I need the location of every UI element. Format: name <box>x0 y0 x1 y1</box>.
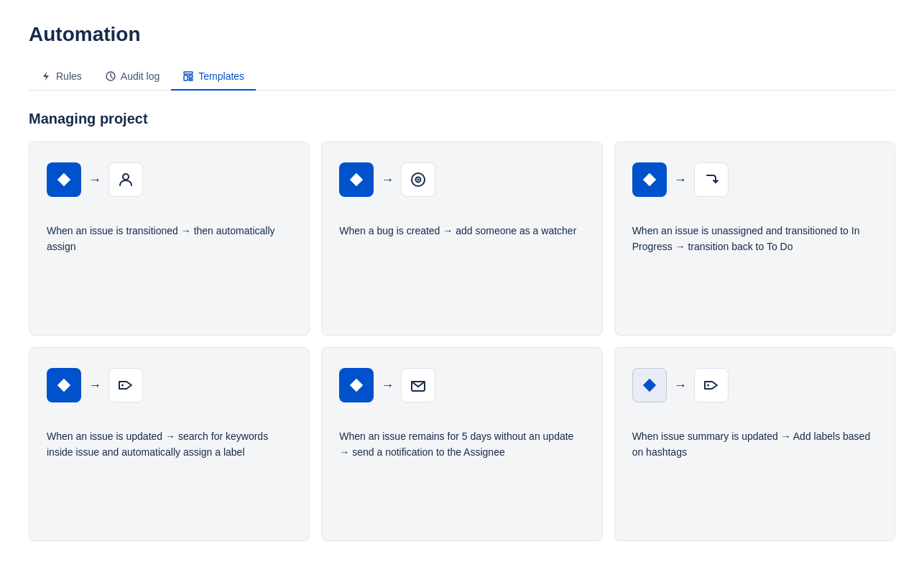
tabs-nav: Rules Audit log Templates <box>29 63 895 91</box>
card-6-icons: → <box>632 368 877 402</box>
action-icon-4 <box>108 368 143 402</box>
svg-point-9 <box>417 179 420 181</box>
section-title: Managing project <box>29 111 895 127</box>
card-4-icons: → <box>47 368 292 402</box>
svg-point-6 <box>123 174 129 180</box>
arrow-3: → <box>674 172 687 188</box>
trigger-icon-2 <box>339 162 374 197</box>
card-3-description: When an issue is unassigned and transiti… <box>632 223 877 312</box>
action-icon-2 <box>401 162 435 197</box>
arrow-4: → <box>88 378 101 393</box>
trigger-icon-3 <box>632 162 667 197</box>
action-icon-5 <box>401 368 435 402</box>
card-3-icons: → <box>632 162 877 197</box>
svg-rect-3 <box>184 75 188 80</box>
trigger-icon-6 <box>632 368 667 402</box>
action-icon-1 <box>108 162 143 197</box>
svg-point-12 <box>707 384 709 387</box>
card-1[interactable]: → When an issue is transitioned → then a… <box>29 142 310 336</box>
action-icon-6 <box>694 368 729 402</box>
arrow-6: → <box>674 378 687 393</box>
card-4-description: When an issue is updated → search for ke… <box>47 428 292 517</box>
arrow-1: → <box>88 172 101 188</box>
trigger-icon-5 <box>339 368 374 402</box>
cards-grid: → When an issue is transitioned → then a… <box>29 142 895 541</box>
card-2-description: When a bug is created → add someone as a… <box>339 223 584 312</box>
page-wrapper: Automation Rules Audit log <box>0 0 924 562</box>
card-2[interactable]: → When a bug is created → add someone as… <box>321 142 602 336</box>
arrow-5: → <box>381 378 394 393</box>
card-1-icons: → <box>47 162 292 197</box>
card-2-icons: → <box>339 162 584 197</box>
card-5[interactable]: → When an issue remains for 5 days witho… <box>321 347 602 541</box>
trigger-icon-1 <box>47 162 81 197</box>
card-3[interactable]: → When an issue is unassigned and transi… <box>614 142 895 336</box>
svg-marker-0 <box>43 72 49 80</box>
tab-audit-log[interactable]: Audit log <box>93 63 171 91</box>
card-4[interactable]: → When an issue is updated → search for … <box>29 347 310 541</box>
card-5-description: When an issue remains for 5 days without… <box>339 428 584 517</box>
page-title: Automation <box>29 23 895 46</box>
card-6[interactable]: → When issue summary is updated → Add la… <box>614 347 895 541</box>
template-icon <box>183 70 194 82</box>
svg-rect-5 <box>189 79 193 80</box>
card-6-description: When issue summary is updated → Add labe… <box>632 428 877 517</box>
card-1-description: When an issue is transitioned → then aut… <box>47 223 292 312</box>
lightning-icon <box>40 70 52 82</box>
tab-rules[interactable]: Rules <box>29 63 93 91</box>
action-icon-3 <box>694 162 729 197</box>
card-5-icons: → <box>339 368 584 402</box>
svg-rect-2 <box>184 72 193 74</box>
svg-point-10 <box>121 384 124 387</box>
arrow-2: → <box>381 172 394 188</box>
trigger-icon-4 <box>47 368 81 402</box>
tab-templates[interactable]: Templates <box>171 63 256 91</box>
clock-circle-icon <box>105 70 116 82</box>
svg-rect-4 <box>189 75 193 78</box>
